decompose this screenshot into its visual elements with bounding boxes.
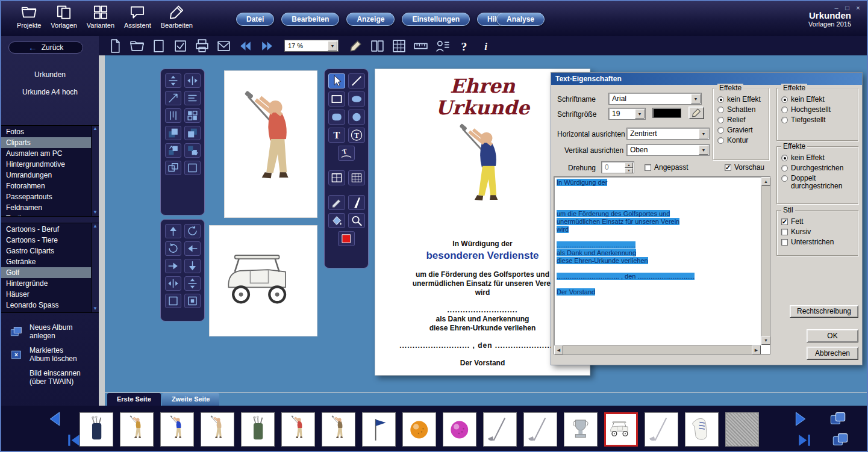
text-tool[interactable]: T	[328, 128, 345, 143]
checkbox-option-unterstrichen[interactable]: Unterstrichen	[781, 238, 854, 246]
grid-mini-icon[interactable]	[184, 108, 201, 123]
toolbar-button-varianten[interactable]: Varianten	[87, 4, 114, 29]
radio-hochgestellt[interactable]	[781, 107, 788, 113]
leftright-icon[interactable]	[184, 73, 201, 88]
close-icon[interactable]: ×	[854, 4, 862, 11]
scroll-down-icon[interactable]: ▼	[93, 209, 98, 216]
chevron-down-icon[interactable]: ▼	[699, 145, 708, 155]
text-edit-content[interactable]: In Würdigung derum die Förderung des Gol…	[557, 179, 759, 343]
category-item-feldnamen[interactable]: Feldnamen	[1, 202, 91, 213]
text-path-tool[interactable]: T	[338, 146, 355, 161]
thumbnail-golfer-blue-figure[interactable]	[160, 412, 194, 447]
scroll-left-icon[interactable]: ◀	[554, 345, 563, 354]
radio-schatten[interactable]	[717, 107, 724, 113]
updown-icon[interactable]	[184, 276, 201, 291]
color-swatch-red[interactable]	[338, 231, 355, 246]
copy-image-icon[interactable]	[829, 410, 847, 427]
menu-bearbeiten[interactable]: Bearbeiten	[281, 13, 339, 26]
scroll-down-icon[interactable]: ▼	[93, 306, 98, 312]
resize-icon[interactable]	[165, 91, 181, 105]
help-icon[interactable]: ?	[456, 39, 472, 54]
ruler-icon[interactable]	[413, 39, 429, 54]
text-ellipse-tool[interactable]: T	[348, 128, 365, 143]
layers-down-icon[interactable]	[184, 143, 201, 158]
checkbox-icon[interactable]	[172, 39, 189, 54]
category-item-hintergrundmotive[interactable]: Hintergrundmotive	[1, 159, 91, 170]
spin-down-icon[interactable]: ▼	[625, 168, 633, 173]
radio-option-durchgestrichen[interactable]: Durchgestrichen	[781, 164, 854, 172]
radio-kein-effekt[interactable]	[781, 155, 788, 161]
menu-datei[interactable]: Datei	[236, 13, 274, 26]
thumbnail-golf-club-2[interactable]	[523, 412, 557, 447]
radio-option-hochgestellt[interactable]: Hochgestellt	[781, 106, 854, 114]
text-line[interactable]: um die Förderung des Golfsportes und	[557, 210, 759, 218]
paste-image-icon[interactable]	[831, 431, 849, 448]
print-icon[interactable]	[194, 39, 210, 54]
category-item-fotos[interactable]: Fotos	[1, 126, 91, 137]
radio-option-kein-effekt[interactable]: kein Effekt	[781, 154, 854, 162]
text-line[interactable]: diese Ehren-Urkunde verliehen	[557, 257, 759, 265]
pen-tool[interactable]	[348, 195, 365, 210]
album-item-getr-nke[interactable]: Getränke	[1, 256, 91, 267]
scroll-up-icon[interactable]: ▲	[761, 177, 770, 186]
cancel-button[interactable]: Abbrechen	[807, 347, 858, 360]
thumbnail-golf-bag-dark[interactable]	[80, 412, 113, 447]
new-document-icon[interactable]	[107, 39, 123, 54]
rotate-left-icon[interactable]	[184, 224, 201, 238]
sidebar-action-bild-einscannen-ber-twain[interactable]: Bild einscannen(über TWAIN)	[1, 366, 99, 389]
radio-option-kein-effekt[interactable]: kein Effekt	[781, 96, 854, 104]
text-line[interactable]	[557, 280, 759, 288]
text-line[interactable]: unermüdlichen Einsatz für unseren Verein	[557, 218, 759, 226]
thumbnail-golf-gloves[interactable]	[685, 412, 719, 447]
radio-doppelt-durchgestrichen[interactable]	[781, 175, 788, 182]
frame-icon[interactable]	[184, 161, 201, 175]
album-item-h-user[interactable]: Häuser	[1, 289, 91, 300]
arrow-right-icon[interactable]	[165, 259, 181, 273]
menu-anzeige[interactable]: Anzeige	[346, 13, 395, 26]
thumbnail-golf-trophy[interactable]	[564, 412, 598, 447]
album-item-leonardo-spass[interactable]: Leonardo Spass	[1, 300, 91, 311]
toolbar-button-assistent[interactable]: Assistent	[124, 4, 151, 29]
frame-filled-icon[interactable]	[184, 294, 201, 308]
text-line[interactable]	[557, 202, 759, 210]
text-line[interactable]	[557, 194, 759, 202]
edit-pen-icon[interactable]	[348, 39, 364, 54]
image-info-icon[interactable]	[853, 409, 864, 426]
radio-option-tiefgestellt[interactable]: Tiefgestellt	[781, 116, 854, 124]
scroll-right-icon[interactable]: ▶	[752, 345, 761, 354]
vorschau-checkbox-row[interactable]: Vorschau	[725, 163, 764, 172]
thumbnail-golfer-red-shirt[interactable]	[281, 412, 315, 447]
thumbnail-golfer-gold[interactable]	[120, 412, 154, 447]
select-tool[interactable]	[328, 73, 345, 88]
thumbnail-golf-cart[interactable]	[604, 412, 638, 447]
text-line[interactable]: ........................................…	[557, 241, 759, 249]
category-scrollbar[interactable]: ▲ ▼	[91, 126, 99, 216]
thumbnail-golf-club-3[interactable]	[645, 412, 678, 447]
album-item-gastro-cliparts[interactable]: Gastro Cliparts	[1, 246, 91, 256]
scroll-up-icon[interactable]: ▲	[93, 223, 98, 230]
sidebar-action-markiertes-album-l-schen[interactable]: ×MarkiertesAlbum löschen	[1, 343, 99, 366]
scroll-down-icon[interactable]: ▼	[761, 336, 770, 345]
updown-icon[interactable]	[165, 73, 181, 88]
dialog-titlebar[interactable]: Text-Eigenschaften	[551, 73, 862, 85]
menu-einstellungen[interactable]: Einstellungen	[402, 13, 470, 26]
zoom-select[interactable]: 17 % ▼	[284, 40, 339, 52]
album-item-cartoons-beruf[interactable]: Cartoons - Beruf	[1, 224, 91, 235]
text-line[interactable]: als Dank und Anerkennung	[557, 249, 759, 257]
layers-up-icon[interactable]	[165, 143, 181, 158]
grid-icon[interactable]	[391, 39, 407, 54]
font-size-select[interactable]: 19 ▼	[608, 108, 646, 120]
horizontal-align-select[interactable]: Zentriert ▼	[626, 128, 710, 140]
checkbox-kursiv[interactable]	[781, 229, 788, 235]
scroll-up-icon[interactable]: ▲	[93, 126, 98, 132]
rectangle-tool[interactable]	[328, 91, 345, 107]
text-edit-area[interactable]: In Würdigung derum die Förderung des Gol…	[554, 176, 770, 354]
blank-page-icon[interactable]	[151, 39, 167, 54]
text-line[interactable]: .................................. , den…	[557, 273, 759, 280]
nav-forward-icon[interactable]	[259, 39, 275, 54]
thumbnail-golfer-swing-tan[interactable]	[201, 412, 234, 447]
vertical-scrollbar[interactable]: ▲ ▼	[761, 177, 770, 345]
golfer-clipart[interactable]	[224, 70, 317, 218]
thumbnail-golfer-vintage[interactable]	[322, 412, 355, 447]
frame-icon[interactable]	[165, 294, 181, 308]
